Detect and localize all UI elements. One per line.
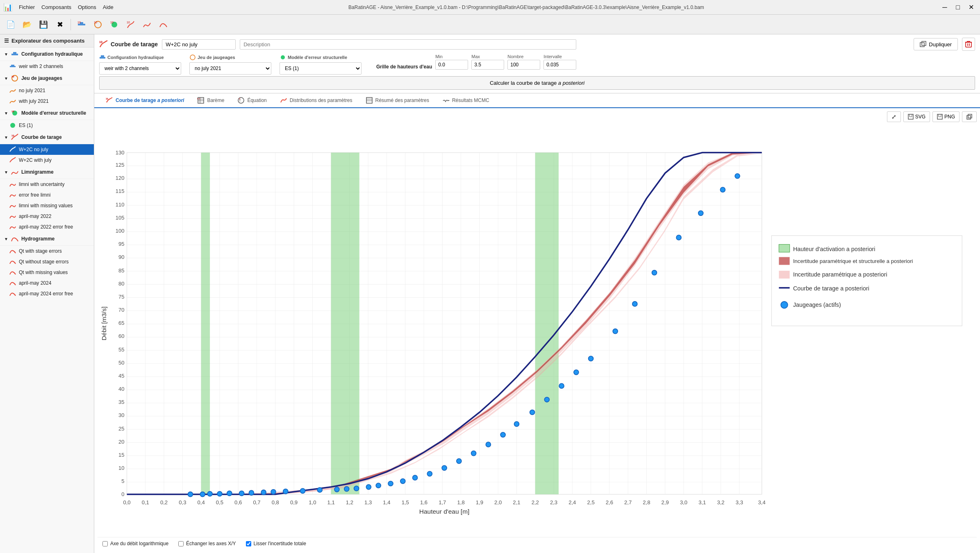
section-jaugeages-header[interactable]: ▼ 10 Jeu de jaugeages: [0, 72, 94, 85]
maximize-button[interactable]: □: [952, 2, 964, 12]
modele-erreur-icon: [280, 54, 286, 61]
svg-point-129: [442, 465, 447, 470]
sidebar-item-april-may-2024-ef[interactable]: april-may 2024 error free: [0, 288, 94, 299]
echanger-label: Échanger les axes X/Y: [186, 541, 236, 546]
svg-text:3,2: 3,2: [717, 499, 724, 505]
grille-min-input[interactable]: [435, 60, 468, 70]
section-erreur-header[interactable]: ▼ 10 Modèle d'erreur structurelle: [0, 107, 94, 120]
svg-text:0,9: 0,9: [290, 499, 298, 505]
svg-text:0,7: 0,7: [253, 499, 260, 505]
grille-nombre-input[interactable]: [507, 60, 540, 70]
tab-courbe-apost[interactable]: 10 Courbe de tarage a posteriori: [99, 93, 191, 108]
sidebar-item-limni-missing[interactable]: limni with missing values: [0, 200, 94, 211]
sidebar-item-qt-no-stage-errors[interactable]: Qt without stage errors: [0, 256, 94, 267]
sidebar-item-april-may-2024[interactable]: april-may 2024: [0, 278, 94, 288]
section-courbe-header[interactable]: ▼ 10 Courbe de tarage: [0, 131, 94, 144]
w2c-with-july-icon: [9, 156, 16, 164]
sidebar-menu-icon: ☰: [4, 38, 9, 44]
tab-equation-label: Équation: [247, 97, 266, 103]
menu-composants[interactable]: Composants: [41, 4, 71, 10]
limni-button[interactable]: [140, 17, 155, 32]
sidebar-item-es1[interactable]: ES (1): [0, 120, 94, 131]
axe-log-checkbox[interactable]: [102, 541, 108, 546]
minimize-button[interactable]: ─: [939, 2, 950, 12]
chart-area: ⤢ SVG PNG: [94, 108, 980, 553]
svg-text:0,8: 0,8: [272, 499, 279, 505]
close-file-button[interactable]: ✖: [52, 17, 67, 32]
curve-description-input[interactable]: [240, 39, 576, 50]
section-hydraulique-header[interactable]: ▼ Configuration hydraulique: [0, 48, 94, 61]
curve-name-input[interactable]: [162, 39, 236, 50]
rating-curve-button[interactable]: 10: [123, 17, 138, 32]
top-panel: 10 Courbe de tarage Dupliquer: [94, 34, 980, 93]
tab-bareme[interactable]: h 0 Barème: [191, 93, 231, 108]
svg-point-121: [344, 487, 349, 492]
save-button[interactable]: 💾: [36, 17, 51, 32]
sidebar-item-with-july[interactable]: with july 2021: [0, 96, 94, 107]
lisser-checkbox[interactable]: [246, 541, 251, 546]
chevron-courbe-icon: ▼: [4, 135, 8, 140]
lisser-checkbox-item[interactable]: Lisser l'incertitude totale: [246, 541, 306, 546]
calc-button[interactable]: Calculer la courbe de tarage a posterior…: [99, 76, 975, 90]
copy-button[interactable]: [962, 111, 977, 122]
sidebar-item-w2c-with-july[interactable]: W+2C with july: [0, 155, 94, 165]
delete-button[interactable]: [962, 38, 975, 51]
grille-block: Grille de hauteurs d'eau Min Max Nombre: [376, 54, 576, 70]
w2c-no-july-label: W+2C no july: [19, 147, 48, 152]
menu-aide[interactable]: Aide: [103, 4, 114, 10]
new-button[interactable]: 📄: [3, 17, 18, 32]
qt-missing-icon: [9, 269, 16, 276]
echanger-checkbox[interactable]: [178, 541, 184, 546]
sidebar-item-qt-missing[interactable]: Qt with missing values: [0, 267, 94, 278]
dupliquer-button[interactable]: Dupliquer: [914, 38, 958, 50]
svg-button[interactable]: SVG: [903, 111, 930, 122]
hydraulic-config-button[interactable]: 10: [74, 17, 89, 32]
axe-log-checkbox-item[interactable]: Axe du débit logarithmique: [102, 541, 168, 546]
limni-uncertainty-label: limni with uncertainty: [19, 181, 64, 187]
sidebar-item-april-may-2022[interactable]: april-may 2022: [0, 211, 94, 222]
sidebar-item-limni-uncertainty[interactable]: limni with uncertainty: [0, 179, 94, 190]
close-button[interactable]: ✕: [965, 2, 977, 12]
svg-text:2,3: 2,3: [550, 499, 557, 505]
tab-resume[interactable]: Résumé des paramètres: [359, 93, 436, 108]
section-limni-header[interactable]: ▼ Limnigramme: [0, 165, 94, 179]
legend-red-box: [779, 257, 789, 265]
export-button[interactable]: ⤢: [887, 111, 901, 122]
svg-text:75: 75: [118, 294, 125, 300]
svg-point-146: [735, 174, 740, 179]
gauge-set-button[interactable]: 10: [91, 17, 105, 32]
echanger-checkbox-item[interactable]: Échanger les axes X/Y: [178, 541, 236, 546]
tab-equation[interactable]: f 0 Équation: [231, 93, 273, 108]
menu-fichier[interactable]: Fichier: [19, 4, 35, 10]
menu-options[interactable]: Options: [78, 4, 96, 10]
sidebar-item-april-may-2022-ef[interactable]: april-may 2022 error free: [0, 222, 94, 232]
with-july-label: with july 2021: [19, 98, 49, 104]
modele-erreur-label: Modèle d'erreur structurelle: [280, 54, 362, 61]
sidebar-item-error-free-limni[interactable]: error free limni: [0, 190, 94, 200]
tab-distributions[interactable]: Distributions des paramètres: [273, 93, 359, 108]
jeu-jaugeages-select[interactable]: no july 2021: [189, 62, 271, 75]
svg-text:1,0: 1,0: [309, 499, 316, 505]
tab-mcmc[interactable]: Résultats MCMC: [436, 93, 496, 108]
modele-erreur-select[interactable]: ES (1): [280, 62, 362, 75]
w2c-with-july-label: W+2C with july: [19, 157, 52, 163]
sidebar-item-qt-stage-errors[interactable]: Qt with stage errors: [0, 246, 94, 256]
svg-point-122: [354, 486, 359, 491]
w2c-no-july-icon: [9, 146, 16, 153]
open-button[interactable]: 📂: [20, 17, 34, 32]
sidebar-item-w2c-no-july[interactable]: W+2C no july: [0, 144, 94, 155]
svg-point-144: [698, 211, 703, 215]
error-model-button[interactable]: 10: [107, 17, 122, 32]
hydro-button[interactable]: [156, 17, 171, 32]
sidebar-item-weir2channels[interactable]: weir with 2 channels: [0, 61, 94, 72]
png-button[interactable]: PNG: [932, 111, 960, 122]
window-controls: ─ □ ✕: [939, 2, 977, 12]
svg-text:35: 35: [118, 399, 125, 405]
svg-text:40: 40: [118, 386, 125, 392]
grille-intervalle-input[interactable]: [543, 60, 576, 70]
sidebar-item-no-july[interactable]: no july 2021: [0, 85, 94, 96]
config-hydraulique-select[interactable]: weir with 2 channels: [99, 62, 181, 75]
grille-max-input[interactable]: [471, 60, 504, 70]
svg-point-125: [388, 481, 393, 486]
section-hydro-header[interactable]: ▼ Hydrogramme: [0, 232, 94, 246]
